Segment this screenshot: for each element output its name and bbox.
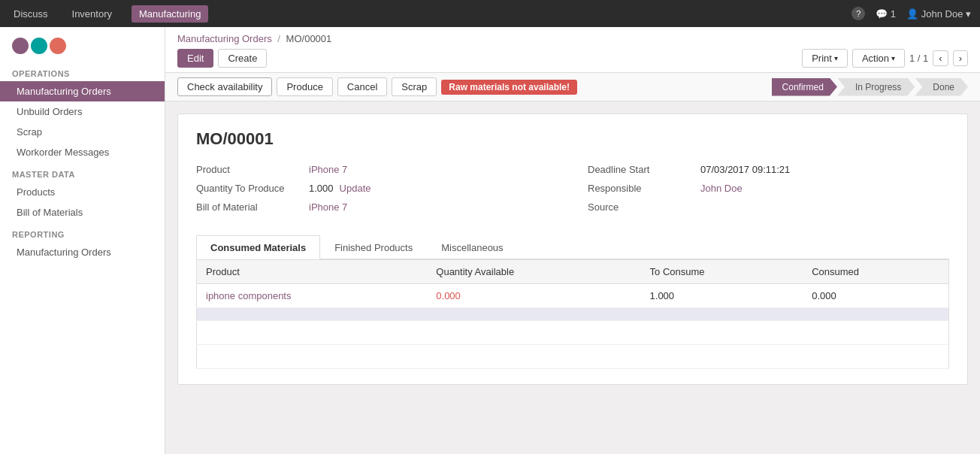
qty-label: Quantity To Produce <box>196 183 309 194</box>
main-area: Operations Manufacturing Orders Unbuild … <box>0 27 980 454</box>
col-product: Product <box>197 260 428 284</box>
update-link[interactable]: Update <box>340 183 371 194</box>
tab-consumed-materials[interactable]: Consumed Materials <box>196 235 320 259</box>
sidebar-item-reporting-manufacturing-orders[interactable]: Manufacturing Orders <box>0 242 165 262</box>
breadcrumb-separator: / <box>277 33 283 44</box>
prev-button[interactable]: ‹ <box>933 50 948 66</box>
tabs: Consumed Materials Finished Products Mis… <box>196 235 949 259</box>
qty-value: 1.000 <box>309 183 334 194</box>
sidebar: Operations Manufacturing Orders Unbuild … <box>0 27 165 454</box>
action-dropdown-arrow: ▾ <box>891 54 895 62</box>
product-label: Product <box>196 164 309 175</box>
form-content: MO/00001 Product iPhone 7 Quantity To Pr… <box>165 101 980 454</box>
cell-qty-available: 0.000 <box>427 284 640 308</box>
source-row: Source <box>588 201 949 213</box>
messages-icon[interactable]: 💬 1 <box>876 8 896 20</box>
action-bar: Check availability Produce Cancel Scrap … <box>165 73 980 101</box>
create-button[interactable]: Create <box>218 49 267 68</box>
bom-row: Bill of Material iPhone 7 <box>196 201 558 213</box>
bom-value[interactable]: iPhone 7 <box>309 201 347 213</box>
status-in-progress[interactable]: In Progress <box>837 78 915 96</box>
tab-finished-products[interactable]: Finished Products <box>320 235 427 259</box>
responsible-value[interactable]: John Doe <box>700 183 743 194</box>
form-col-left: Product iPhone 7 Quantity To Produce 1.0… <box>196 164 558 220</box>
logo-circle-1 <box>12 38 29 54</box>
table-header-row: Product Quantity Available To Consume Co… <box>197 260 949 284</box>
col-to-consume: To Consume <box>641 260 803 284</box>
sidebar-item-bill-of-materials[interactable]: Bill of Materials <box>0 202 165 222</box>
nav-discuss[interactable]: Discuss <box>9 5 53 23</box>
content-area: Manufacturing Orders / MO/00001 Edit Cre… <box>165 27 980 454</box>
help-icon[interactable]: ? <box>851 7 865 20</box>
col-qty-available: Quantity Available <box>427 260 640 284</box>
consumed-materials-table: Product Quantity Available To Consume Co… <box>196 259 949 369</box>
sidebar-item-workorder-messages[interactable]: Workorder Messages <box>0 142 165 162</box>
breadcrumb-parent[interactable]: Manufacturing Orders <box>177 33 272 44</box>
scrap-button[interactable]: Scrap <box>392 77 437 96</box>
section-operations: Operations <box>0 62 165 81</box>
empty-row-2 <box>197 345 949 369</box>
highlight-empty-row <box>197 308 949 321</box>
nav-manufacturing[interactable]: Manufacturing <box>132 5 208 23</box>
cell-product[interactable]: iphone components <box>197 284 428 308</box>
toolbar: Edit Create Print ▾ Action ▾ 1 / 1 ‹ › <box>177 49 968 68</box>
responsible-label: Responsible <box>588 183 700 194</box>
print-button[interactable]: Print ▾ <box>802 49 848 68</box>
odoo-logo <box>12 38 68 54</box>
sidebar-item-unbuild-orders[interactable]: Unbuild Orders <box>0 101 165 122</box>
col-consumed: Consumed <box>803 260 948 284</box>
toolbar-right: Print ▾ Action ▾ 1 / 1 ‹ › <box>802 49 968 68</box>
top-nav-right: ? 💬 1 👤 John Doe ▾ <box>851 7 971 20</box>
deadline-label: Deadline Start <box>588 164 700 175</box>
product-row: Product iPhone 7 <box>196 164 558 175</box>
logo-circle-3 <box>50 38 66 54</box>
qty-field-row: 1.000 Update <box>309 183 371 194</box>
print-dropdown-arrow: ▾ <box>834 54 838 62</box>
action-button[interactable]: Action ▾ <box>852 49 905 68</box>
status-pipeline: Confirmed In Progress Done <box>772 78 968 96</box>
breadcrumb-current: MO/00001 <box>286 33 332 44</box>
sidebar-item-products[interactable]: Products <box>0 182 165 202</box>
user-menu[interactable]: 👤 John Doe ▾ <box>906 8 971 20</box>
logo-area <box>0 27 165 62</box>
form-card: MO/00001 Product iPhone 7 Quantity To Pr… <box>177 114 968 385</box>
sidebar-item-scrap[interactable]: Scrap <box>0 122 165 142</box>
breadcrumb-toolbar: Manufacturing Orders / MO/00001 Edit Cre… <box>165 27 980 73</box>
top-navigation: Discuss Inventory Manufacturing ? 💬 1 👤 … <box>0 0 980 27</box>
status-badge: Raw materials not available! <box>441 80 577 95</box>
top-nav-left: Discuss Inventory Manufacturing <box>9 5 208 23</box>
cell-to-consume: 1.000 <box>641 284 803 308</box>
form-fields: Product iPhone 7 Quantity To Produce 1.0… <box>196 164 949 220</box>
nav-inventory[interactable]: Inventory <box>68 5 116 23</box>
deadline-value: 07/03/2017 09:11:21 <box>700 164 790 175</box>
pagination: 1 / 1 <box>909 53 928 64</box>
product-value[interactable]: iPhone 7 <box>309 164 347 175</box>
next-button[interactable]: › <box>953 50 968 66</box>
empty-row-1 <box>197 321 949 345</box>
section-reporting: Reporting <box>0 222 165 242</box>
table-row: iphone components 0.000 1.000 0.000 <box>197 284 949 308</box>
qty-row: Quantity To Produce 1.000 Update <box>196 183 558 194</box>
section-master-data: Master Data <box>0 162 165 182</box>
responsible-row: Responsible John Doe <box>588 183 949 194</box>
status-done[interactable]: Done <box>915 78 968 96</box>
tab-miscellaneous[interactable]: Miscellaneous <box>427 235 517 259</box>
source-label: Source <box>588 201 700 213</box>
edit-button[interactable]: Edit <box>177 49 213 68</box>
sidebar-item-manufacturing-orders[interactable]: Manufacturing Orders <box>0 81 165 101</box>
form-col-right: Deadline Start 07/03/2017 09:11:21 Respo… <box>588 164 949 220</box>
form-title: MO/00001 <box>196 129 949 149</box>
produce-button[interactable]: Produce <box>277 77 332 96</box>
check-availability-button[interactable]: Check availability <box>177 77 272 96</box>
cancel-button[interactable]: Cancel <box>337 77 387 96</box>
status-confirmed[interactable]: Confirmed <box>772 78 837 96</box>
deadline-row: Deadline Start 07/03/2017 09:11:21 <box>588 164 949 175</box>
bom-label: Bill of Material <box>196 201 309 213</box>
logo-circle-2 <box>31 38 47 54</box>
cell-consumed: 0.000 <box>803 284 948 308</box>
breadcrumb: Manufacturing Orders / MO/00001 <box>177 33 968 44</box>
